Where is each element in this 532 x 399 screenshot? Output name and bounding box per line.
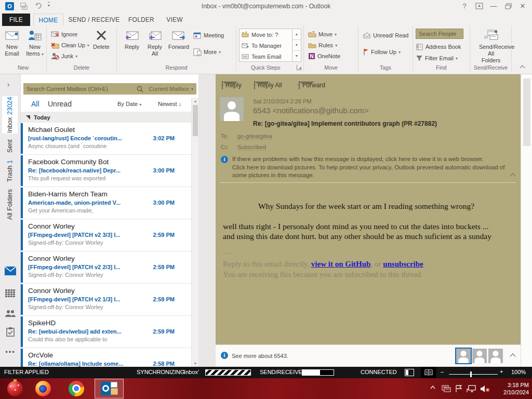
tab-view[interactable]: VIEW [161,14,188,26]
sort-order-toggle[interactable]: Newest ↓ [158,101,181,107]
group-header-today[interactable]: Today [21,112,191,123]
expand-sidebar-icon[interactable]: › [7,81,9,88]
mail-list-scrollbar[interactable]: ▲ ▼ [191,98,198,367]
delete-button[interactable]: Delete [89,28,113,50]
email-list-item[interactable]: Connor Worley [FFmpeg-devel] [PATCH v2 3… [21,219,191,251]
more-respond-button[interactable]: More▾ [193,47,221,57]
sidebar-item-trash[interactable]: Trash1 [2,158,18,183]
reply-all-button[interactable]: ReplyAll [143,28,167,57]
filter-email-button[interactable]: Filter Email▾ [416,53,458,63]
collapse-info-bar-icon[interactable] [510,173,515,179]
tab-file[interactable]: FILE [2,14,30,26]
ignore-button[interactable]: Ignore [51,29,77,39]
rules-button[interactable]: Rules▾ [308,40,337,50]
collapse-people-pane-icon[interactable] [510,353,515,359]
ribbon-display-options-button[interactable] [473,1,485,11]
reply-all-inline-button[interactable]: ← Reply All [254,82,282,89]
taskbar-clock[interactable]: 3:18 PM 2/10/2024 [503,381,529,396]
zoom-out-button[interactable]: – [441,368,444,375]
zoom-slider-track[interactable] [449,374,498,375]
message-info-bar[interactable]: i If there are problems with how this me… [221,155,510,164]
zoom-in-button[interactable]: + [500,368,503,375]
chrome-icon[interactable] [69,381,84,396]
reading-view-button[interactable] [421,367,436,378]
unsubscribe-link[interactable]: unsubscribe [383,260,423,268]
onenote-button[interactable]: N OneNote [308,51,340,61]
scroll-down-icon[interactable]: ▼ [292,40,301,51]
tray-mail-icon[interactable] [442,385,451,392]
new-email-button[interactable]: New Email [0,28,24,57]
outlook-taskbar-button[interactable] [95,379,124,398]
filter-all[interactable]: All [31,100,39,108]
gallery-more-icon[interactable]: ▼ [292,51,301,61]
unread-read-button[interactable]: Unread/ Read [363,30,409,41]
reply-inline-button[interactable]: ← Reply [222,82,242,89]
email-list-item[interactable]: Michael Goulet [rust-lang/rust] Encode `… [21,123,191,155]
calendar-module-icon[interactable] [5,288,16,299]
sidebar-item-all-folders[interactable]: All Folders [2,187,18,222]
zoom-slider-thumb[interactable] [470,371,472,377]
tab-home[interactable]: HOME [33,14,63,26]
view-on-github-link[interactable]: view it on GitHub [311,260,371,268]
scrollbar-thumb[interactable] [193,105,198,136]
scrollbar-thumb[interactable] [523,78,530,146]
sort-by-dropdown[interactable]: By Date ▾ [117,101,141,107]
tab-folder[interactable]: FOLDER [125,14,158,26]
show-hidden-icons-button[interactable] [430,385,435,389]
people-pane-avatar[interactable] [488,349,503,363]
tasks-module-icon[interactable] [5,327,16,337]
new-items-button[interactable]: New Items ▾ [23,28,47,58]
message-sender[interactable]: 6543 <notifications@github.com> [253,106,369,115]
forward-inline-button[interactable]: → Forward [299,82,325,89]
tray-volume-muted-icon[interactable] [480,385,490,393]
scroll-up-icon[interactable]: ▲ [292,29,301,40]
clean-up-button[interactable]: Clean Up▾ [51,40,89,50]
see-more-link[interactable]: See more about 6543. [232,353,288,359]
search-scope-dropdown[interactable]: Current Mailbox [149,86,189,92]
firefox-icon[interactable] [35,381,51,396]
people-pane-avatar[interactable] [472,349,487,363]
send-receive-all-button[interactable]: Send/ReceiveAll Folders [479,28,503,64]
normal-view-button[interactable] [405,369,414,376]
email-list-item[interactable]: Facebook Community Bot Re: [facebook/rea… [21,155,191,187]
move-button[interactable]: Move▾ [308,29,337,39]
ornament-start-icon[interactable] [7,381,23,396]
mail-module-icon[interactable] [5,265,16,276]
restore-button[interactable] [502,1,514,11]
scroll-down-icon[interactable]: ▼ [192,360,199,367]
people-module-icon[interactable] [5,308,16,318]
search-people-input[interactable]: Search People [416,29,463,39]
address-book-button[interactable]: Address Book [416,42,461,52]
filter-applied-status[interactable]: FILTER APPLIED [4,369,49,375]
sidebar-item-inbox[interactable]: Inbox23024 [2,96,18,134]
close-button[interactable]: ✕ [516,1,529,11]
filter-unread[interactable]: Unread [48,100,72,108]
scroll-up-icon[interactable]: ▲ [192,98,199,104]
email-list-item[interactable]: SpikeHD Re: [webui-dev/webui] add exten.… [21,316,191,348]
collapse-ribbon-icon[interactable] [521,64,524,71]
email-list-item[interactable]: Biden-Harris Merch Team American-made, u… [21,187,191,219]
cc-value[interactable]: Subscribed [237,144,266,151]
search-mailbox-input[interactable]: Search Current Mailbox (Ctrl+E) Current … [23,83,196,95]
info-icon: i [221,352,228,359]
email-list-item[interactable]: Connor Worley [FFmpeg-devel] [PATCH v2 1… [21,284,191,316]
more-modules-icon[interactable]: ••• [5,347,16,357]
tray-network-icon[interactable] [467,385,476,393]
reading-pane-scrollbar[interactable] [521,74,532,367]
follow-up-button[interactable]: Follow Up▾ [363,47,401,57]
sidebar-item-sent[interactable]: Sent [2,137,18,155]
junk-button[interactable]: Junk▾ [51,51,77,61]
tab-send-receive[interactable]: SEND / RECEIVE [66,14,122,26]
minimize-button[interactable]: — [487,1,500,11]
email-list-item[interactable]: Connor Worley [FFmpeg-devel] [PATCH v2 2… [21,251,191,284]
to-value[interactable]: go-gitea/gitea [237,133,272,140]
email-list-item[interactable]: OrcVole Re: [ollama/ollama] Include some… [21,348,191,367]
meeting-button[interactable]: Meeting [193,30,224,41]
help-button[interactable]: ? [458,1,471,11]
tray-flag-icon[interactable] [455,385,462,393]
reply-button[interactable]: Reply [120,28,144,50]
quick-steps-scrollbar[interactable]: ▲ ▼ ▼ [292,29,301,61]
people-pane-avatar[interactable] [456,349,471,363]
forward-button[interactable]: Forward [167,28,191,50]
zoom-level[interactable]: 100% [511,369,526,375]
